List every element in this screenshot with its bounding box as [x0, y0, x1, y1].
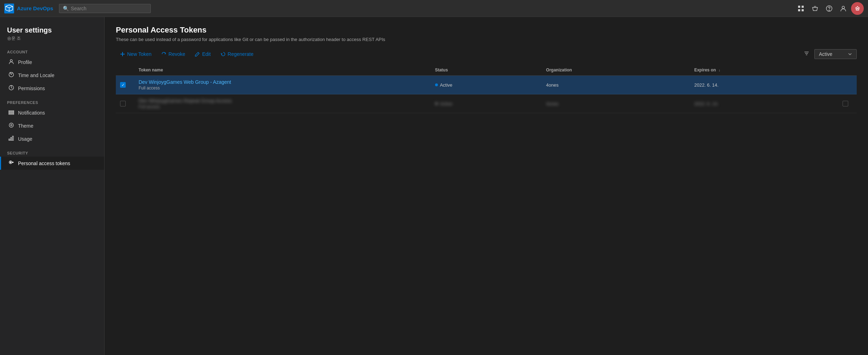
col-header-expires: Expires on ↓: [690, 65, 838, 76]
status-badge: Active: [435, 82, 538, 88]
edit-button[interactable]: Edit: [191, 49, 215, 59]
sidebar-item-theme[interactable]: Theme: [0, 119, 104, 132]
sidebar: User settings 승운 조 Account Profile: [0, 17, 105, 355]
sidebar-item-label-pat: Personal access tokens: [18, 161, 70, 166]
page-subtitle: These can be used instead of a password …: [116, 37, 434, 42]
filter-area: Active: [802, 49, 857, 59]
search-icon: 🔍: [63, 6, 69, 11]
section-label-preferences: Preferences: [0, 95, 104, 106]
sidebar-item-usage[interactable]: Usage: [0, 132, 104, 145]
table-row[interactable]: Dev WinjoygGames Repeat Group Access Ful…: [116, 94, 857, 113]
plus-icon: [120, 52, 125, 57]
tokens-table: Token name Status Organization Expires o…: [116, 65, 857, 113]
person-icon-button[interactable]: [837, 2, 850, 15]
svg-rect-5: [798, 6, 800, 8]
row-status-cell: Active: [431, 94, 542, 113]
row-name-cell: Dev WinjoygGames Web Group - Azagent Ful…: [134, 76, 430, 94]
toolbar: New Token Revoke Edit Reg: [116, 49, 857, 59]
token-access-blurred: Full access: [138, 104, 426, 109]
expires-text: 2022. 6. 14.: [694, 82, 719, 88]
row-expires-cell: 2022. 6. 14.: [690, 76, 838, 94]
revoke-icon: [161, 52, 166, 57]
svg-point-19: [11, 124, 12, 126]
svg-rect-16: [9, 112, 14, 113]
sidebar-item-permissions[interactable]: Permissions: [0, 82, 104, 95]
status-filter-value: Active: [819, 51, 832, 57]
sidebar-item-label-usage: Usage: [18, 136, 32, 142]
sidebar-item-notifications[interactable]: Notifications: [0, 106, 104, 119]
usage-icon: [8, 135, 14, 142]
theme-icon: [8, 122, 14, 129]
status-filter-dropdown[interactable]: Active: [814, 49, 857, 59]
sidebar-subtitle: 승운 조: [7, 35, 97, 41]
search-placeholder: Search: [71, 6, 87, 11]
page-title: Personal Access Tokens: [116, 25, 857, 35]
person-icon: [840, 5, 846, 12]
token-name-blurred: Dev WinjoygGames Repeat Group Access: [138, 98, 426, 104]
table-row[interactable]: ✓ Dev WinjoygGames Web Group - Azagent F…: [116, 76, 857, 94]
row-checkbox[interactable]: [120, 101, 126, 106]
svg-point-24: [10, 162, 11, 163]
row-name-cell: Dev WinjoygGames Repeat Group Access Ful…: [134, 94, 430, 113]
col-header-org: Organization: [542, 65, 690, 76]
avatar-initials: 승: [855, 5, 860, 12]
sidebar-header: User settings 승운 조: [0, 17, 104, 44]
sort-icon: ↓: [719, 68, 720, 72]
org-text-blurred: 4ones: [546, 101, 558, 106]
regenerate-icon: [221, 52, 226, 57]
col-header-action: [838, 65, 857, 76]
status-text-blurred: Active: [440, 101, 452, 106]
svg-point-11: [842, 6, 845, 8]
row-checkbox-checked[interactable]: ✓: [120, 82, 126, 88]
new-token-button[interactable]: New Token: [116, 49, 156, 59]
svg-rect-15: [9, 111, 14, 112]
permissions-icon: [8, 85, 14, 92]
app-logo[interactable]: Azure DevOps: [4, 4, 53, 13]
col-header-status: Status: [431, 65, 542, 76]
regenerate-button[interactable]: Regenerate: [216, 49, 258, 59]
main-content: Personal Access Tokens These can be used…: [105, 17, 868, 355]
row-action-cell: [838, 94, 857, 113]
svg-rect-20: [9, 139, 10, 140]
svg-point-18: [9, 123, 13, 127]
sidebar-item-label-profile: Profile: [18, 59, 32, 65]
sidebar-item-label-time: Time and Locale: [18, 72, 54, 78]
search-box[interactable]: 🔍 Search: [59, 4, 151, 13]
help-icon: [826, 5, 832, 12]
pat-icon: [8, 160, 14, 167]
sidebar-item-time-locale[interactable]: Time and Locale: [0, 69, 104, 82]
basket-icon-button[interactable]: [809, 2, 821, 15]
revoke-button[interactable]: Revoke: [157, 49, 189, 59]
token-access: Full access: [138, 86, 426, 91]
row-status-cell: Active: [431, 76, 542, 94]
basket-icon: [812, 5, 818, 12]
grid-icon-button[interactable]: [795, 2, 807, 15]
row-org-cell: 4ones: [542, 76, 690, 94]
svg-point-10: [829, 10, 830, 11]
row-check-cell[interactable]: ✓: [116, 76, 134, 94]
svg-rect-6: [802, 6, 804, 8]
svg-point-12: [10, 60, 12, 62]
section-label-account: Account: [0, 44, 104, 56]
row-action-checkbox[interactable]: [843, 101, 848, 106]
user-avatar-button[interactable]: 승: [851, 2, 864, 15]
sidebar-item-profile[interactable]: Profile: [0, 56, 104, 69]
new-token-label: New Token: [127, 51, 151, 57]
filter-icon: [804, 51, 809, 56]
row-check-cell[interactable]: [116, 94, 134, 113]
row-action-cell: [838, 76, 857, 94]
status-badge-blurred: Active: [435, 101, 538, 106]
help-icon-button[interactable]: [823, 2, 836, 15]
expires-text-blurred: 2022. 6. 14.: [694, 101, 719, 106]
svg-rect-7: [798, 9, 800, 11]
svg-rect-8: [802, 9, 804, 11]
row-expires-cell: 2022. 6. 14.: [690, 94, 838, 113]
filter-icon-button[interactable]: [802, 49, 811, 59]
col-header-name: Token name: [134, 65, 430, 76]
chevron-down-icon: [848, 52, 852, 56]
row-org-cell: 4ones: [542, 94, 690, 113]
profile-icon: [8, 59, 14, 65]
top-nav: Azure DevOps 🔍 Search: [0, 0, 868, 17]
sidebar-item-personal-access-tokens[interactable]: Personal access tokens: [0, 157, 104, 170]
revoke-label: Revoke: [168, 51, 185, 57]
